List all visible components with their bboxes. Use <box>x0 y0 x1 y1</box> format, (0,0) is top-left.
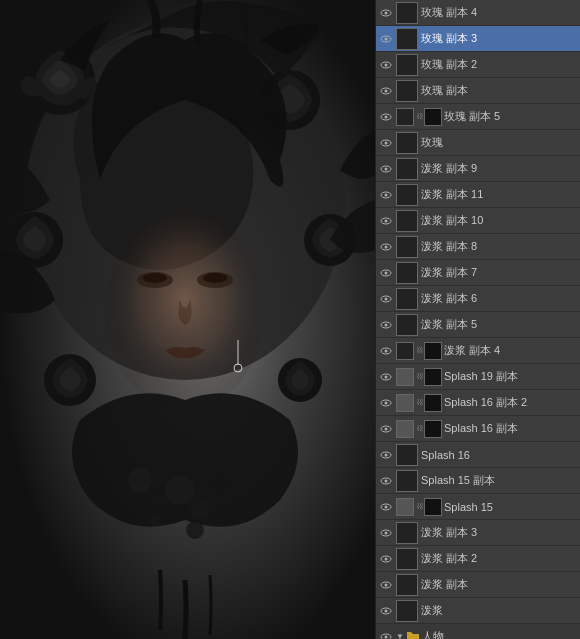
layer-label: Splash 19 副本 <box>444 369 578 384</box>
layer-mask-thumbnail <box>424 498 442 516</box>
layer-row[interactable]: ⛓玫瑰 副本 5 <box>376 104 580 130</box>
layer-row[interactable]: 泼浆 副本 8 <box>376 234 580 260</box>
layer-thumbnail <box>396 108 414 126</box>
layer-row[interactable]: 泼浆 副本 11 <box>376 182 580 208</box>
layer-label: 玫瑰 <box>421 135 578 150</box>
layer-row[interactable]: 泼浆 副本 6 <box>376 286 580 312</box>
visibility-icon[interactable] <box>378 551 394 567</box>
layer-row[interactable]: ⛓Splash 19 副本 <box>376 364 580 390</box>
svg-point-43 <box>385 271 388 274</box>
layer-thumbnail <box>396 574 418 596</box>
visibility-icon[interactable] <box>378 83 394 99</box>
visibility-icon[interactable] <box>378 109 394 125</box>
visibility-icon[interactable] <box>378 213 394 229</box>
svg-point-65 <box>385 557 388 560</box>
layer-row[interactable]: 泼浆 副本 2 <box>376 546 580 572</box>
layer-row[interactable]: 泼浆 副本 10 <box>376 208 580 234</box>
visibility-icon[interactable] <box>378 317 394 333</box>
layer-label: 玫瑰 副本 5 <box>444 109 578 124</box>
layer-row[interactable]: 泼浆 <box>376 598 580 624</box>
layer-label: Splash 15 <box>444 501 578 513</box>
layer-thumbnail <box>396 288 418 310</box>
layer-thumbnail <box>396 522 418 544</box>
layer-thumbnail <box>396 262 418 284</box>
layer-thumb-pair: ⛓ <box>396 394 442 412</box>
layer-label: Splash 16 <box>421 449 578 461</box>
visibility-icon[interactable] <box>378 525 394 541</box>
visibility-icon[interactable] <box>378 369 394 385</box>
layer-row[interactable]: 泼浆 副本 5 <box>376 312 580 338</box>
visibility-icon[interactable] <box>378 395 394 411</box>
layer-label: 泼浆 副本 4 <box>444 343 578 358</box>
layer-thumbnail <box>396 342 414 360</box>
visibility-icon[interactable] <box>378 421 394 437</box>
svg-point-37 <box>385 193 388 196</box>
layer-row[interactable]: ⛓Splash 16 副本 2 <box>376 390 580 416</box>
layer-label: 玫瑰 副本 3 <box>421 31 578 46</box>
layer-row[interactable]: 泼浆 副本 7 <box>376 260 580 286</box>
svg-point-35 <box>385 167 388 170</box>
layer-mask-thumbnail <box>424 368 442 386</box>
folder-icon <box>406 630 420 640</box>
svg-point-27 <box>385 63 388 66</box>
visibility-icon[interactable] <box>378 447 394 463</box>
visibility-icon[interactable] <box>378 187 394 203</box>
svg-point-45 <box>385 297 388 300</box>
layer-row[interactable]: Splash 15 副本 <box>376 468 580 494</box>
visibility-icon[interactable] <box>378 629 394 640</box>
chain-link-icon: ⛓ <box>415 394 423 412</box>
svg-point-69 <box>385 609 388 612</box>
svg-point-71 <box>385 635 388 638</box>
svg-point-39 <box>385 219 388 222</box>
visibility-icon[interactable] <box>378 603 394 619</box>
visibility-icon[interactable] <box>378 161 394 177</box>
layer-row[interactable]: 泼浆 副本 3 <box>376 520 580 546</box>
layer-row[interactable]: 泼浆 副本 <box>376 572 580 598</box>
layer-thumb-pair: ⛓ <box>396 498 442 516</box>
visibility-icon[interactable] <box>378 291 394 307</box>
layer-row[interactable]: 玫瑰 副本 3 <box>376 26 580 52</box>
group-arrow-icon[interactable]: ▼ <box>396 632 406 639</box>
layer-row[interactable]: 玫瑰 <box>376 130 580 156</box>
svg-point-61 <box>385 505 388 508</box>
chain-link-icon: ⛓ <box>415 368 423 386</box>
visibility-icon[interactable] <box>378 57 394 73</box>
layer-row[interactable]: 泼浆 副本 9 <box>376 156 580 182</box>
chain-link-icon: ⛓ <box>415 498 423 516</box>
svg-point-63 <box>385 531 388 534</box>
layer-row[interactable]: ▼ 人物 <box>376 624 580 639</box>
visibility-icon[interactable] <box>378 577 394 593</box>
layer-row[interactable]: 玫瑰 副本 <box>376 78 580 104</box>
visibility-icon[interactable] <box>378 239 394 255</box>
layer-thumbnail <box>396 210 418 232</box>
visibility-icon[interactable] <box>378 499 394 515</box>
layer-label: 泼浆 副本 3 <box>421 525 578 540</box>
layer-row[interactable]: ⛓Splash 16 副本 <box>376 416 580 442</box>
layer-row[interactable]: ⛓Splash 15 <box>376 494 580 520</box>
layer-thumbnail <box>396 132 418 154</box>
layer-label: Splash 16 副本 <box>444 421 578 436</box>
layer-label: 玫瑰 副本 <box>421 83 578 98</box>
visibility-icon[interactable] <box>378 473 394 489</box>
layer-thumb-pair: ⛓ <box>396 342 442 360</box>
canvas-area <box>0 0 375 639</box>
layer-mask-thumbnail <box>424 108 442 126</box>
layer-thumbnail <box>396 2 418 24</box>
layer-label: 人物 <box>422 629 578 639</box>
visibility-icon[interactable] <box>378 343 394 359</box>
visibility-icon[interactable] <box>378 5 394 21</box>
layer-label: Splash 16 副本 2 <box>444 395 578 410</box>
layer-thumb-pair: ⛓ <box>396 420 442 438</box>
chain-link-icon: ⛓ <box>415 108 423 126</box>
layer-row[interactable]: 玫瑰 副本 4 <box>376 0 580 26</box>
svg-point-31 <box>385 115 388 118</box>
visibility-icon[interactable] <box>378 135 394 151</box>
layer-row[interactable]: Splash 16 <box>376 442 580 468</box>
svg-point-49 <box>385 349 388 352</box>
layer-thumbnail <box>396 236 418 258</box>
visibility-icon[interactable] <box>378 31 394 47</box>
visibility-icon[interactable] <box>378 265 394 281</box>
layer-row[interactable]: ⛓泼浆 副本 4 <box>376 338 580 364</box>
layer-row[interactable]: 玫瑰 副本 2 <box>376 52 580 78</box>
svg-point-53 <box>385 401 388 404</box>
